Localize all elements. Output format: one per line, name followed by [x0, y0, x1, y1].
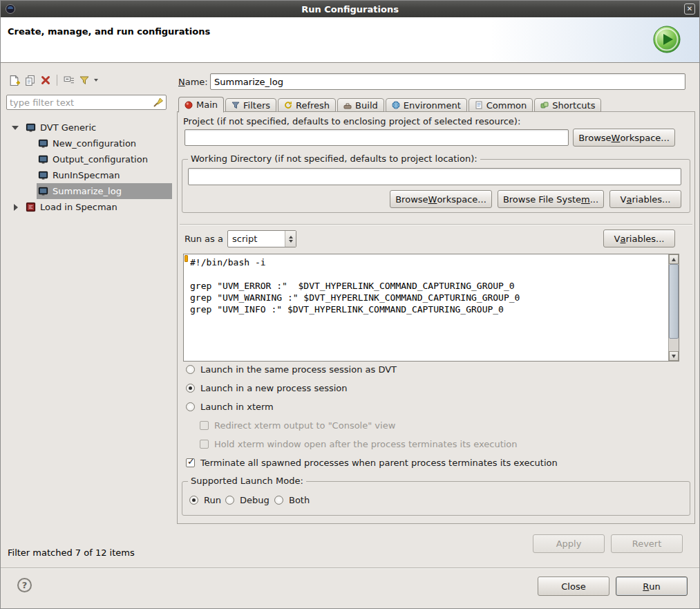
refresh-tab-icon: [284, 101, 292, 109]
new-config-icon[interactable]: [8, 74, 20, 86]
tab-build[interactable]: Build: [337, 98, 384, 112]
tree-item-dvt-generic[interactable]: DVT Generic: [6, 120, 172, 135]
browse-workspace-button[interactable]: Browse Workspace...: [390, 190, 492, 208]
menu-chevron-icon[interactable]: [94, 79, 98, 82]
tab-label: Filters: [243, 100, 270, 111]
run-banner-icon: [652, 25, 681, 54]
tree-item-label: New_configuration: [53, 138, 136, 149]
combo-arrows-icon[interactable]: [285, 231, 296, 247]
titlebar[interactable]: Run Configurations ✕: [1, 1, 699, 17]
run-as-combo[interactable]: script: [227, 230, 296, 247]
tab-content: Project (if not specified, defaults to e…: [177, 111, 695, 524]
configurations-tree: DVT Generic New_configuration Output_con…: [6, 120, 172, 215]
tree-item-label: DVT Generic: [40, 122, 96, 133]
footer-separator: [1, 568, 699, 569]
radio-mode-both[interactable]: Both: [274, 493, 310, 507]
window-icon: [5, 3, 16, 15]
checkbox-icon: [186, 458, 195, 467]
name-input[interactable]: [210, 73, 685, 90]
window-title: Run Configurations: [16, 4, 684, 15]
checkbox-redirect-xterm-output: Redirect xterm output to "Console" view: [200, 418, 395, 432]
tree-item-load-in-specman[interactable]: Load in Specman: [6, 199, 172, 215]
radio-mode-debug[interactable]: Debug: [225, 493, 269, 507]
tab-shortcuts[interactable]: Shortcuts: [534, 98, 601, 112]
project-input[interactable]: [185, 129, 569, 146]
close-button[interactable]: Close: [538, 577, 609, 596]
run-button[interactable]: Run: [616, 577, 688, 596]
build-tab-icon: [343, 101, 352, 109]
working-directory-input[interactable]: [188, 168, 681, 185]
radio-mode-run[interactable]: Run: [189, 493, 221, 507]
separator: [180, 224, 692, 225]
filter-status-text: Filter matched 7 of 12 items: [8, 547, 135, 558]
supported-launch-mode-label: Supported Launch Mode:: [188, 476, 306, 486]
radio-label: Launch in the same process session as DV…: [200, 364, 397, 375]
help-icon[interactable]: ?: [17, 578, 32, 592]
variables-button[interactable]: Variables...: [603, 229, 675, 247]
radio-same-process-session[interactable]: Launch in the same process session as DV…: [186, 362, 397, 376]
checkbox-label: Redirect xterm output to "Console" view: [214, 420, 395, 431]
tree-item-output-configuration[interactable]: Output_configuration: [6, 151, 172, 167]
checkbox-terminate-spawned-processes[interactable]: Terminate all spawned processes when par…: [186, 456, 558, 469]
tree-item-runinspecman[interactable]: RunInSpecman: [6, 167, 172, 183]
left-panel: DVT Generic New_configuration Output_con…: [6, 68, 172, 560]
specman-config-icon: [26, 202, 36, 212]
tab-label: Refresh: [296, 100, 330, 111]
expander-down-icon[interactable]: [12, 124, 20, 132]
vertical-scrollbar[interactable]: [668, 254, 679, 361]
filter-field: [6, 95, 167, 110]
tree-item-label: RunInSpecman: [53, 170, 120, 180]
tab-refresh[interactable]: Refresh: [278, 98, 336, 112]
filters-tab-icon: [231, 101, 240, 109]
scroll-down-icon[interactable]: [669, 351, 679, 361]
tab-filters[interactable]: Filters: [225, 98, 276, 112]
radio-new-process-session[interactable]: Launch in a new process session: [186, 381, 348, 395]
working-directory-group: Working Directory (if not specified, def…: [182, 159, 690, 213]
tree-item-label: Load in Specman: [40, 202, 117, 212]
name-label: Name:: [178, 77, 208, 87]
filter-icon[interactable]: [78, 74, 91, 86]
scrollbar-thumb[interactable]: [669, 264, 679, 339]
tab-label: Common: [486, 100, 527, 111]
tree-item-summarize-log[interactable]: Summarize_log: [6, 183, 172, 199]
delete-icon[interactable]: [39, 74, 52, 86]
clear-filter-broom-icon[interactable]: [153, 97, 164, 108]
scroll-up-icon[interactable]: [669, 254, 679, 264]
apply-button: Apply: [533, 534, 605, 553]
tab-main[interactable]: Main: [178, 97, 224, 113]
close-icon[interactable]: ✕: [684, 3, 695, 15]
working-directory-buttons: Browse Workspace... Browse File System..…: [390, 190, 681, 208]
toolbar-separator: [57, 75, 57, 86]
browse-file-system-button[interactable]: Browse File System...: [498, 190, 604, 208]
duplicate-icon[interactable]: [23, 74, 36, 86]
revert-button: Revert: [611, 534, 683, 553]
radio-label: Launch in xterm: [200, 402, 274, 412]
script-text[interactable]: #!/bin/bash -i grep "UVM_ERROR :" $DVT_H…: [190, 256, 666, 359]
tab-environment[interactable]: Environment: [386, 98, 467, 112]
working-directory-label: Working Directory (if not specified, def…: [188, 153, 480, 164]
tree-item-label: Summarize_log: [53, 186, 122, 196]
run-as-value: script: [228, 234, 285, 244]
config-icon: [26, 122, 36, 133]
header-title: Create, manage, and run configurations: [8, 26, 210, 37]
right-panel: Name: Main Filters Refresh Build: [177, 68, 695, 560]
tree-item-new-configuration[interactable]: New_configuration: [6, 135, 172, 151]
radio-label: Debug: [240, 495, 269, 505]
collapse-all-icon[interactable]: [62, 74, 75, 86]
config-icon: [38, 138, 48, 149]
config-icon: [38, 186, 48, 196]
variables-button[interactable]: Variables...: [609, 190, 681, 208]
expander-right-icon[interactable]: [12, 203, 20, 212]
supported-launch-mode-group: Supported Launch Mode: Run Debug Both: [182, 481, 690, 516]
annotation-marker-icon: [185, 255, 188, 262]
tab-common[interactable]: Common: [469, 98, 533, 112]
filter-input[interactable]: [7, 97, 153, 108]
common-tab-icon: [475, 101, 483, 109]
tab-label: Main: [196, 100, 218, 110]
radio-launch-in-xterm[interactable]: Launch in xterm: [186, 400, 274, 413]
tab-label: Environment: [404, 100, 461, 111]
browse-workspace-button[interactable]: Browse Workspace...: [573, 129, 675, 147]
script-editor[interactable]: #!/bin/bash -i grep "UVM_ERROR :" $DVT_H…: [183, 254, 679, 362]
checkbox-icon: [200, 421, 209, 430]
radio-icon: [186, 384, 195, 393]
